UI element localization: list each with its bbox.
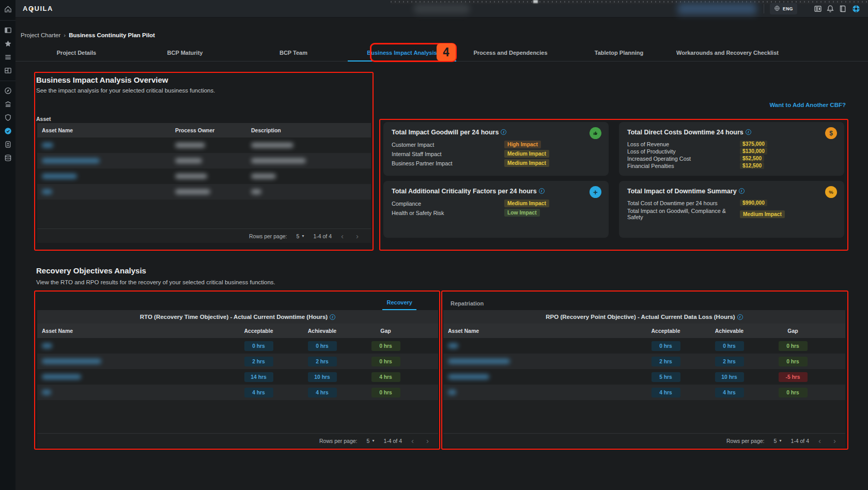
- rto-column-headers: Asset NameAcceptableAchievableGap: [37, 324, 438, 338]
- info-icon[interactable]: i: [739, 188, 745, 194]
- rows-per-page-select[interactable]: 5▾: [774, 438, 782, 444]
- info-icon[interactable]: i: [330, 314, 335, 320]
- redacted-text: [175, 143, 205, 148]
- tab-process-and-dependencies[interactable]: Process and Dependencies: [456, 44, 565, 61]
- redacted-asset-link[interactable]: [42, 174, 77, 179]
- metric-label: Total Cost of Downtime per 24 hours: [627, 200, 740, 206]
- metric-label: Business Partner Impact: [392, 160, 504, 166]
- info-icon[interactable]: i: [501, 129, 506, 135]
- table-row[interactable]: [37, 137, 371, 153]
- summary-icon: %: [825, 186, 837, 198]
- next-page-button[interactable]: ›: [356, 232, 359, 240]
- redacted-asset-link[interactable]: [42, 390, 51, 395]
- breadcrumb-parent[interactable]: Project Charter: [21, 32, 60, 38]
- achievable-value: 0 hrs: [308, 341, 337, 351]
- rpo-rows: 0 hrs 0 hrs 0 hrs 2 hrs 2 hrs 0 hrs 5 hr…: [443, 338, 845, 400]
- home-icon[interactable]: [4, 5, 12, 13]
- redacted-action-button[interactable]: [678, 3, 756, 14]
- redacted-asset-link[interactable]: [42, 158, 100, 163]
- add-cbf-link[interactable]: Want to Add Another CBF?: [752, 102, 846, 108]
- redacted-text: [175, 174, 207, 179]
- breadcrumb: Project Charter›Business Continuity Plan…: [21, 32, 155, 38]
- tab-business-impact-analysis[interactable]: Business Impact Analysis: [348, 44, 456, 61]
- redacted-asset-link[interactable]: [448, 374, 489, 379]
- app-logo: AQUILA: [23, 5, 53, 12]
- pagination-range: 1-4 of 4: [791, 438, 809, 444]
- redacted-asset-link[interactable]: [42, 189, 52, 194]
- impact-badge: Medium Impact: [504, 200, 549, 207]
- topbar-divider: [764, 4, 764, 13]
- redacted-asset-link[interactable]: [448, 390, 456, 395]
- info-icon[interactable]: i: [539, 188, 545, 194]
- impact-badge: Low Impact: [504, 209, 540, 217]
- impact-badge: Medium Impact: [504, 150, 549, 158]
- redacted-asset-link[interactable]: [42, 143, 53, 148]
- tab-recovery[interactable]: Recovery: [382, 299, 416, 310]
- tab-project-details[interactable]: Project Details: [22, 44, 131, 61]
- plus-icon: +: [590, 186, 601, 198]
- panel-icon[interactable]: [4, 26, 12, 34]
- prev-page-button[interactable]: ‹: [411, 437, 414, 445]
- next-page-button[interactable]: ›: [426, 437, 429, 445]
- board-icon[interactable]: [4, 66, 12, 74]
- star-icon[interactable]: [4, 39, 12, 48]
- redacted-asset-link[interactable]: [448, 343, 458, 348]
- redacted-asset-link[interactable]: [42, 343, 52, 348]
- verified-icon[interactable]: [4, 127, 12, 135]
- news-icon[interactable]: [813, 4, 823, 13]
- table-row[interactable]: [37, 169, 371, 184]
- chevron-down-icon: ▾: [372, 438, 374, 443]
- goodwill-icon: [590, 127, 601, 139]
- tab-workarounds-recovery-checklist[interactable]: Workarounds and Recovery Checklist: [673, 44, 782, 61]
- prev-page-button[interactable]: ‹: [341, 232, 344, 240]
- table-row[interactable]: 2 hrs 2 hrs 0 hrs: [443, 354, 845, 369]
- bell-icon[interactable]: [826, 4, 835, 13]
- rows-per-page-select[interactable]: 5▾: [297, 233, 304, 239]
- asset-table: Asset Name Process Owner Description: [37, 123, 371, 243]
- id-badge-icon[interactable]: [4, 140, 12, 148]
- info-icon[interactable]: i: [737, 314, 743, 320]
- money-value: $52,500: [740, 155, 764, 162]
- redacted-asset-link[interactable]: [42, 359, 101, 364]
- rows-per-page-label: Rows per page:: [319, 438, 358, 444]
- table-row[interactable]: 0 hrs 0 hrs 0 hrs: [37, 338, 438, 354]
- sidebar: [0, 0, 16, 490]
- book-icon[interactable]: [838, 4, 847, 13]
- prev-page-button[interactable]: ‹: [818, 437, 821, 445]
- shield-icon[interactable]: [4, 113, 12, 121]
- redacted-search[interactable]: [413, 4, 470, 14]
- language-selector[interactable]: ENG: [770, 3, 797, 14]
- table-row[interactable]: [37, 153, 371, 169]
- table-row[interactable]: 14 hrs 10 hrs 4 hrs: [37, 369, 438, 385]
- support-icon[interactable]: [851, 4, 861, 13]
- table-row[interactable]: 2 hrs 2 hrs 0 hrs: [37, 354, 438, 369]
- asset-table-pagination: Rows per page: 5▾ 1-4 of 4 ‹›: [37, 228, 371, 243]
- recovery-title: Recovery Objectives Analysis: [36, 266, 146, 275]
- bank-icon[interactable]: [4, 100, 12, 108]
- redacted-asset-link[interactable]: [448, 359, 510, 364]
- money-value: $375,000: [740, 141, 767, 147]
- database-icon[interactable]: [4, 154, 12, 162]
- next-page-button[interactable]: ›: [833, 437, 836, 445]
- rpo-column-headers: Asset NameAcceptableAchievableGap: [443, 324, 845, 338]
- tab-tabletop-planning[interactable]: Tabletop Planning: [565, 44, 673, 61]
- info-icon[interactable]: i: [746, 129, 751, 135]
- tab-bcp-maturity[interactable]: BCP Maturity: [131, 44, 239, 61]
- redacted-asset-link[interactable]: [42, 374, 81, 379]
- gap-value: 0 hrs: [371, 388, 400, 397]
- table-row[interactable]: 4 hrs 4 hrs 0 hrs: [443, 385, 845, 400]
- redacted-text: [175, 158, 202, 163]
- column-description: Description: [246, 127, 371, 133]
- table-row[interactable]: 5 hrs 10 hrs -5 hrs: [443, 369, 845, 385]
- metric-label: Loss of Productivity: [627, 148, 740, 155]
- tab-bcp-team[interactable]: BCP Team: [239, 44, 348, 61]
- rto-panel: Recovery RTO (Recovery Time Objective) -…: [37, 294, 438, 448]
- compass-icon[interactable]: [4, 86, 12, 95]
- list-icon[interactable]: [4, 53, 12, 61]
- table-row[interactable]: [37, 184, 371, 200]
- tab-repatriation[interactable]: Repatriation: [446, 300, 488, 310]
- table-row[interactable]: 0 hrs 0 hrs 0 hrs: [443, 338, 845, 354]
- rows-per-page-select[interactable]: 5▾: [367, 438, 375, 444]
- rto-pagination: Rows per page: 5▾ 1-4 of 4 ‹›: [37, 433, 438, 448]
- table-row[interactable]: 4 hrs 4 hrs 0 hrs: [37, 385, 438, 400]
